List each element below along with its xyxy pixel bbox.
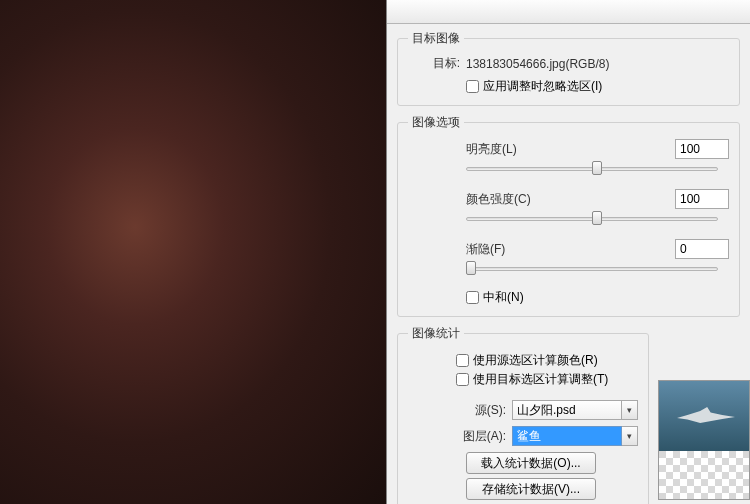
fade-slider-thumb[interactable] bbox=[466, 261, 476, 275]
source-combo-value: 山夕阳.psd bbox=[517, 402, 576, 419]
color-intensity-input[interactable] bbox=[675, 189, 729, 209]
color-intensity-slider[interactable] bbox=[466, 213, 718, 225]
use-target-selection-checkbox[interactable] bbox=[456, 373, 469, 386]
layer-combo[interactable]: 鲨鱼 bbox=[512, 426, 622, 446]
source-combo[interactable]: 山夕阳.psd bbox=[512, 400, 622, 420]
image-options-group: 图像选项 明亮度(L) 颜色强度(C) 渐隐(F) bbox=[397, 114, 740, 317]
neutralize-label: 中和(N) bbox=[483, 289, 524, 306]
target-value: 138183054666.jpg(RGB/8) bbox=[466, 57, 609, 71]
target-image-group: 目标图像 目标: 138183054666.jpg(RGB/8) 应用调整时忽略… bbox=[397, 30, 740, 106]
source-combo-button[interactable]: ▾ bbox=[622, 400, 638, 420]
match-color-dialog: 目标图像 目标: 138183054666.jpg(RGB/8) 应用调整时忽略… bbox=[386, 0, 750, 504]
canvas-image bbox=[0, 0, 386, 504]
fade-slider[interactable] bbox=[466, 263, 718, 275]
image-stats-legend: 图像统计 bbox=[408, 325, 464, 342]
use-source-selection-checkbox[interactable] bbox=[456, 354, 469, 367]
load-stats-button[interactable]: 载入统计数据(O)... bbox=[466, 452, 596, 474]
color-intensity-slider-thumb[interactable] bbox=[592, 211, 602, 225]
layer-combo-button[interactable]: ▾ bbox=[622, 426, 638, 446]
dialog-titlebar[interactable] bbox=[387, 0, 750, 24]
shark-icon bbox=[677, 407, 735, 427]
luminance-label: 明亮度(L) bbox=[466, 141, 675, 158]
target-image-legend: 目标图像 bbox=[408, 30, 464, 47]
ignore-selection-label: 应用调整时忽略选区(I) bbox=[483, 78, 602, 95]
fade-label: 渐隐(F) bbox=[466, 241, 675, 258]
neutralize-checkbox[interactable] bbox=[466, 291, 479, 304]
ignore-selection-checkbox[interactable] bbox=[466, 80, 479, 93]
luminance-input[interactable] bbox=[675, 139, 729, 159]
save-stats-button[interactable]: 存储统计数据(V)... bbox=[466, 478, 596, 500]
color-intensity-label: 颜色强度(C) bbox=[466, 191, 675, 208]
use-target-selection-label: 使用目标选区计算调整(T) bbox=[473, 371, 608, 388]
luminance-slider[interactable] bbox=[466, 163, 718, 175]
image-stats-group: 图像统计 使用源选区计算颜色(R) 使用目标选区计算调整(T) 源(S): 山夕… bbox=[397, 325, 649, 504]
preview-thumbnail bbox=[658, 380, 750, 500]
target-label: 目标: bbox=[408, 55, 460, 72]
source-label: 源(S): bbox=[456, 402, 506, 419]
image-options-legend: 图像选项 bbox=[408, 114, 464, 131]
layer-label: 图层(A): bbox=[456, 428, 506, 445]
layer-combo-value: 鲨鱼 bbox=[517, 428, 541, 445]
fade-input[interactable] bbox=[675, 239, 729, 259]
use-source-selection-label: 使用源选区计算颜色(R) bbox=[473, 352, 598, 369]
luminance-slider-thumb[interactable] bbox=[592, 161, 602, 175]
